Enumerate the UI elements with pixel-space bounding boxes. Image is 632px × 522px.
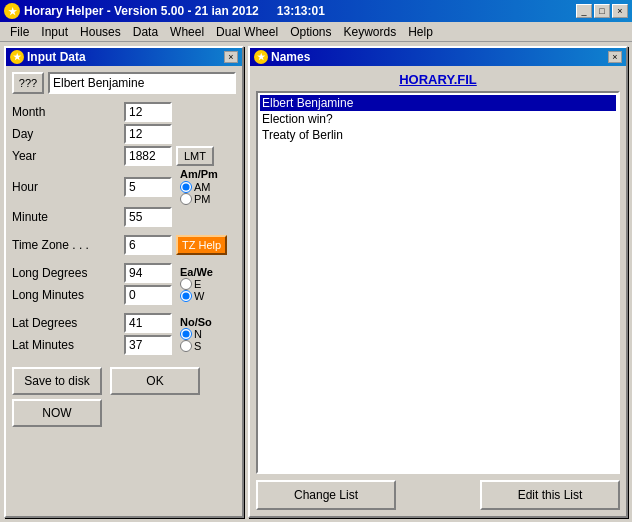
tz-help-button[interactable]: TZ Help (176, 235, 227, 255)
pm-radio[interactable] (180, 193, 192, 205)
east-radio-label[interactable]: E (180, 278, 201, 290)
timezone-label: Time Zone . . . (12, 237, 122, 253)
minute-input[interactable] (124, 207, 172, 227)
north-radio-label[interactable]: N (180, 328, 202, 340)
day-label: Day (12, 126, 122, 142)
bottom-row1: Save to disk OK (12, 367, 236, 395)
am-radio-label[interactable]: AM (180, 181, 211, 193)
name-input[interactable] (48, 72, 236, 94)
names-panel-content: HORARY.FIL Elbert BenjamineElection win?… (250, 66, 626, 516)
lat-deg-label: Lat Degrees (12, 315, 122, 331)
title-bar-controls: _ □ × (576, 4, 628, 18)
now-button[interactable]: NOW (12, 399, 102, 427)
month-label: Month (12, 104, 122, 120)
maximize-button[interactable]: □ (594, 4, 610, 18)
pm-radio-label[interactable]: PM (180, 193, 211, 205)
input-panel-content: ??? Month Day Year LMT H (6, 66, 242, 361)
names-panel-title: Names (271, 50, 310, 64)
lat-deg-input[interactable] (124, 313, 172, 333)
eawe-label: Ea/We (180, 266, 213, 278)
menu-data[interactable]: Data (127, 24, 164, 40)
hour-label: Hour (12, 179, 122, 195)
long-min-input[interactable] (124, 285, 172, 305)
bottom-row2: NOW (12, 399, 236, 427)
tz-extra: TZ Help (176, 235, 236, 255)
menu-options[interactable]: Options (284, 24, 337, 40)
menu-file[interactable]: File (4, 24, 35, 40)
bottom-buttons: Save to disk OK NOW (6, 361, 242, 433)
menu-input[interactable]: Input (35, 24, 74, 40)
spacer7 (12, 307, 122, 311)
names-heading: HORARY.FIL (256, 72, 620, 87)
east-radio[interactable] (180, 278, 192, 290)
long-deg-input[interactable] (124, 263, 172, 283)
names-list[interactable]: Elbert BenjamineElection win?Treaty of B… (256, 91, 620, 474)
south-radio-label[interactable]: S (180, 340, 201, 352)
menu-houses[interactable]: Houses (74, 24, 127, 40)
am-radio[interactable] (180, 181, 192, 193)
names-panel: ★ Names × HORARY.FIL Elbert BenjamineEle… (248, 46, 628, 518)
app-title-bar: ★ Horary Helper - Version 5.00 - 21 ian … (0, 0, 632, 22)
menu-dual-wheel[interactable]: Dual Wheel (210, 24, 284, 40)
menu-bar: File Input Houses Data Wheel Dual Wheel … (0, 22, 632, 42)
day-input[interactable] (124, 124, 172, 144)
south-radio[interactable] (180, 340, 192, 352)
save-to-disk-button[interactable]: Save to disk (12, 367, 102, 395)
input-panel-title: Input Data (27, 50, 86, 64)
list-item[interactable]: Treaty of Berlin (260, 127, 616, 143)
year-label: Year (12, 148, 122, 164)
input-data-panel: ★ Input Data × ??? Month Day (4, 46, 244, 518)
long-min-label: Long Minutes (12, 287, 122, 303)
minute-label: Minute (12, 209, 122, 225)
year-extra: LMT (176, 146, 236, 166)
menu-keywords[interactable]: Keywords (338, 24, 403, 40)
spacer1 (12, 229, 122, 233)
west-radio-label[interactable]: W (180, 290, 204, 302)
lat-min-input[interactable] (124, 335, 172, 355)
eawe-group: Ea/We E W (176, 266, 236, 302)
menu-wheel[interactable]: Wheel (164, 24, 210, 40)
input-panel-title-bar: ★ Input Data × (6, 48, 242, 66)
long-deg-label: Long Degrees (12, 265, 122, 281)
ampm-label: Am/Pm (180, 168, 218, 180)
lat-min-label: Lat Minutes (12, 337, 122, 353)
noso-label: No/So (180, 316, 212, 328)
list-item[interactable]: Elbert Benjamine (260, 95, 616, 111)
change-list-button[interactable]: Change List (256, 480, 396, 510)
menu-help[interactable]: Help (402, 24, 439, 40)
edit-list-button[interactable]: Edit this List (480, 480, 620, 510)
minimize-button[interactable]: _ (576, 4, 592, 18)
month-input[interactable] (124, 102, 172, 122)
names-panel-icon: ★ (254, 50, 268, 64)
hour-input[interactable] (124, 177, 172, 197)
form-grid: Month Day Year LMT Hour Am/Pm (12, 102, 236, 355)
qqq-button[interactable]: ??? (12, 72, 44, 94)
input-panel-close-button[interactable]: × (224, 51, 238, 63)
ok-button[interactable]: OK (110, 367, 200, 395)
app-icon: ★ (4, 3, 20, 19)
close-button[interactable]: × (612, 4, 628, 18)
input-panel-icon: ★ (10, 50, 24, 64)
north-radio[interactable] (180, 328, 192, 340)
spacer4 (12, 257, 122, 261)
noso-group: No/So N S (176, 316, 236, 352)
timezone-input[interactable] (124, 235, 172, 255)
main-area: ★ Input Data × ??? Month Day (0, 42, 632, 522)
app-time: 13:13:01 (277, 4, 325, 18)
west-radio[interactable] (180, 290, 192, 302)
year-input[interactable] (124, 146, 172, 166)
lmt-button[interactable]: LMT (176, 146, 214, 166)
names-bottom-buttons: Change List Edit this List (256, 480, 620, 510)
names-panel-title-bar: ★ Names × (250, 48, 626, 66)
names-panel-close-button[interactable]: × (608, 51, 622, 63)
app-title: Horary Helper - Version 5.00 - 21 ian 20… (24, 4, 259, 18)
list-item[interactable]: Election win? (260, 111, 616, 127)
ampm-group: Am/Pm AM PM (176, 168, 236, 205)
name-row: ??? (12, 72, 236, 94)
